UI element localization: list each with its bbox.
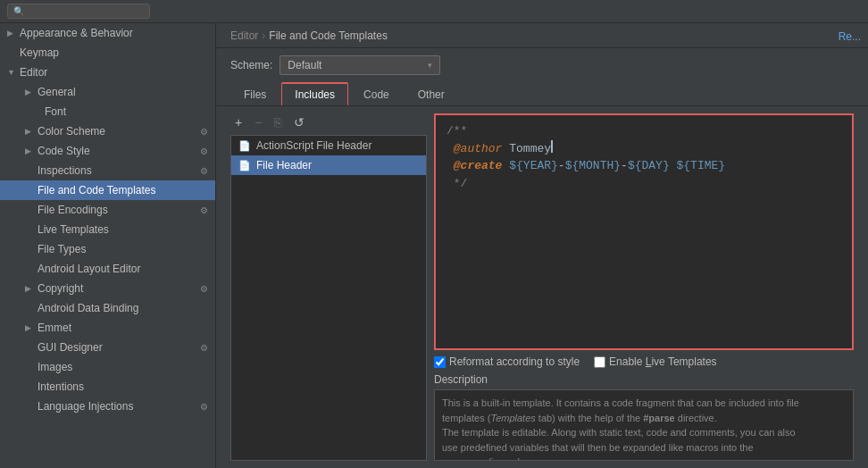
- scheme-label: Scheme:: [230, 59, 272, 71]
- code-line: @create ${YEAR}-${MONTH}-${DAY} ${TIME}: [447, 157, 841, 175]
- enable-live-row: Enable Live Templates: [594, 355, 717, 368]
- code-comment: /**: [447, 122, 467, 140]
- code-variable: ${DAY}: [628, 157, 670, 175]
- sidebar-item-editor[interactable]: ▼Editor: [0, 63, 215, 82]
- sidebar-item-images[interactable]: Images: [0, 357, 215, 377]
- sidebar-item-label: File and Code Templates: [38, 184, 156, 196]
- sidebar-item-keymap[interactable]: Keymap: [0, 43, 215, 63]
- code-tag-bold: @create: [447, 157, 502, 175]
- reformat-checkbox[interactable]: [434, 356, 446, 368]
- sidebar-item-label: File Types: [38, 243, 86, 255]
- sidebar-item-live-templates[interactable]: Live Templates: [0, 220, 215, 239]
- sidebar-item-gui-designer[interactable]: GUI Designer⚙: [0, 338, 215, 357]
- file-item-label: ActionScript File Header: [256, 139, 371, 152]
- sidebar-item-label: Live Templates: [38, 223, 109, 236]
- description-bold: #parse: [643, 413, 674, 423]
- sidebar-item-label: Keymap: [20, 46, 59, 59]
- scheme-select[interactable]: Default ▾: [280, 55, 440, 75]
- sidebar-item-code-style[interactable]: ▶Code Style⚙: [0, 141, 215, 161]
- tabs-row: FilesIncludesCodeOther: [216, 82, 868, 106]
- sidebar-item-android-layout-editor[interactable]: Android Layout Editor: [0, 259, 215, 279]
- sidebar-item-file-encodings[interactable]: File Encodings⚙: [0, 200, 215, 220]
- scheme-dropdown-arrow: ▾: [428, 61, 432, 70]
- sidebar: ▶Appearance & BehaviorKeymap▼Editor▶Gene…: [0, 23, 216, 468]
- code-text: [502, 157, 509, 175]
- sidebar-item-color-scheme[interactable]: ▶Color Scheme⚙: [0, 121, 215, 141]
- sidebar-item-label: Android Data Binding: [38, 302, 138, 314]
- code-variable: ${MONTH}: [565, 157, 621, 175]
- chevron-icon: ▶: [7, 29, 16, 38]
- sidebar-item-label: Emmet: [38, 322, 71, 334]
- file-list-toolbar: + − ⎘ ↺: [230, 113, 427, 131]
- main-layout: ▶Appearance & BehaviorKeymap▼Editor▶Gene…: [0, 23, 868, 468]
- file-list-item-actionscript-file-header[interactable]: 📄ActionScript File Header: [231, 136, 426, 155]
- sidebar-item-file-types[interactable]: File Types: [0, 239, 215, 259]
- settings-icon: ⚙: [200, 205, 208, 215]
- sidebar-item-label: Images: [38, 361, 72, 373]
- sidebar-item-file-and-code-templates[interactable]: File and Code Templates: [0, 180, 215, 200]
- file-list: 📄ActionScript File Header📄File Header: [230, 135, 427, 461]
- copy-button[interactable]: ⎘: [270, 113, 286, 131]
- sidebar-item-label: Intentions: [38, 380, 84, 393]
- editor-panel: /** @author Tommey @create ${YEAR}-${MON…: [434, 113, 854, 461]
- sidebar-item-label: Language Injections: [38, 400, 133, 413]
- tab-includes[interactable]: Includes: [281, 82, 348, 105]
- sidebar-item-label: General: [38, 86, 76, 98]
- enable-live-label: Enable Live Templates: [609, 355, 717, 368]
- breadcrumb: Editor › File and Code Templates: [216, 23, 868, 48]
- chevron-icon: ▶: [25, 284, 34, 293]
- settings-icon: ⚙: [200, 284, 208, 294]
- sidebar-item-label: File Encodings: [38, 204, 108, 216]
- enable-live-checkbox[interactable]: [594, 356, 605, 368]
- add-button[interactable]: +: [230, 113, 246, 131]
- sidebar-item-label: Code Style: [38, 145, 90, 157]
- code-comment: */: [447, 175, 467, 193]
- sidebar-item-emmet[interactable]: ▶Emmet: [0, 318, 215, 338]
- sidebar-item-label: Inspections: [38, 164, 92, 177]
- sidebar-item-general[interactable]: ▶General: [0, 82, 215, 102]
- tab-code[interactable]: Code: [350, 83, 403, 105]
- file-icon: 📄: [238, 160, 251, 171]
- settings-icon: ⚙: [200, 343, 208, 353]
- chevron-icon: ▶: [25, 146, 34, 155]
- chevron-icon: ▼: [7, 68, 16, 77]
- description-panel: Description This is a built-in template.…: [434, 373, 854, 461]
- settings-icon: ⚙: [200, 402, 208, 412]
- chevron-icon: ▶: [25, 88, 34, 96]
- search-box[interactable]: 🔍: [7, 4, 150, 19]
- chevron-icon: ▶: [25, 127, 34, 136]
- file-list-panel: + − ⎘ ↺ 📄ActionScript File Header📄File H…: [230, 113, 427, 461]
- code-text: -: [558, 157, 565, 175]
- sidebar-item-label: Font: [45, 105, 66, 118]
- sidebar-item-inspections[interactable]: Inspections⚙: [0, 161, 215, 180]
- reset-link[interactable]: Re...: [839, 30, 861, 43]
- file-icon: 📄: [238, 140, 251, 152]
- reset-button[interactable]: ↺: [289, 113, 309, 131]
- sidebar-item-appearance[interactable]: ▶Appearance & Behavior: [0, 23, 215, 43]
- code-editor[interactable]: /** @author Tommey @create ${YEAR}-${MON…: [434, 113, 854, 350]
- sidebar-item-copyright[interactable]: ▶Copyright⚙: [0, 279, 215, 298]
- remove-button[interactable]: −: [250, 113, 266, 131]
- sidebar-item-language-injections[interactable]: Language Injections⚙: [0, 397, 215, 416]
- sidebar-item-font[interactable]: Font: [0, 102, 215, 121]
- code-variable: ${TIME}: [677, 157, 726, 175]
- sidebar-item-intentions[interactable]: Intentions: [0, 377, 215, 397]
- breadcrumb-parent: Editor: [230, 29, 258, 42]
- search-icon: 🔍: [13, 6, 24, 16]
- code-line: /**: [447, 122, 841, 140]
- description-label: Description: [434, 373, 854, 386]
- tab-other[interactable]: Other: [405, 83, 458, 105]
- description-text: This is a built-in template. It contains…: [434, 389, 854, 461]
- breadcrumb-current: File and Code Templates: [269, 29, 388, 42]
- reformat-label: Reformat according to style: [449, 355, 580, 368]
- code-cursor: [551, 140, 553, 153]
- breadcrumb-separator: ›: [262, 29, 265, 42]
- code-line: */: [447, 175, 841, 193]
- chevron-icon: ▶: [25, 323, 34, 332]
- file-list-item-file-header[interactable]: 📄File Header: [231, 155, 426, 175]
- code-variable: ${YEAR}: [509, 157, 558, 175]
- tab-files[interactable]: Files: [230, 83, 280, 105]
- sidebar-item-android-data-binding[interactable]: Android Data Binding: [0, 298, 215, 318]
- code-text: Tommey: [502, 140, 551, 158]
- content-area: Editor › File and Code Templates Re... S…: [216, 23, 868, 468]
